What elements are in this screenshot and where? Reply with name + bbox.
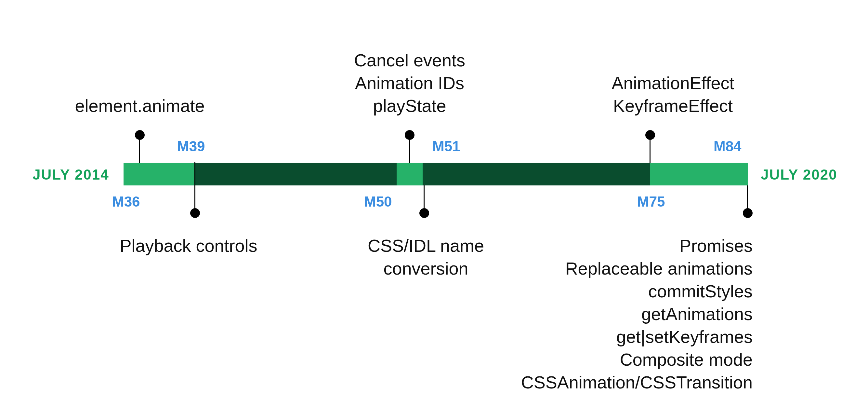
- version-m51: M51: [432, 138, 460, 154]
- feature-m84-4: getAnimations: [488, 302, 752, 325]
- line-m50: [424, 185, 425, 211]
- start-date-label: JULY 2014: [32, 167, 109, 183]
- dot-m50: [420, 208, 429, 218]
- version-m36: M36: [112, 194, 140, 210]
- feature-m84-3: commitStyles: [488, 280, 752, 302]
- bar-segment-4: [423, 163, 650, 185]
- bar-segment-5: [650, 163, 748, 185]
- line-m75: [650, 135, 651, 163]
- feature-m84-5: get|setKeyframes: [488, 325, 752, 348]
- feature-m84-6: Composite mode: [488, 348, 752, 371]
- feature-m75-2: KeyframeEffect: [595, 94, 751, 117]
- feature-m84-7: CSSAnimation/CSSTransition: [488, 371, 752, 394]
- version-m50: M50: [364, 194, 392, 210]
- bar-segment-1: [124, 163, 195, 185]
- feature-m39-1: Playback controls: [107, 234, 270, 257]
- end-date-label: JULY 2020: [761, 167, 837, 183]
- line-m51: [409, 135, 410, 163]
- feature-m51-1: Cancel events: [345, 49, 475, 71]
- dot-m84: [743, 208, 752, 218]
- timeline-diagram: JULY 2014 JULY 2020 element.animate M36 …: [0, 0, 868, 406]
- feature-m50-1: CSS/IDL name: [345, 234, 507, 257]
- feature-m51-3: playState: [345, 94, 475, 117]
- line-m84: [747, 185, 748, 211]
- version-m84: M84: [714, 138, 742, 154]
- feature-m50-2: conversion: [345, 257, 507, 280]
- line-m36: [139, 135, 140, 163]
- feature-m84-2: Replaceable animations: [488, 257, 752, 280]
- feature-m36-1: element.animate: [75, 94, 205, 117]
- feature-m51-2: Animation IDs: [345, 71, 475, 94]
- feature-m84-1: Promises: [488, 234, 752, 257]
- feature-m75-1: AnimationEffect: [595, 71, 751, 94]
- bar-segment-3: [397, 163, 423, 185]
- line-m39: [194, 162, 195, 211]
- version-m39: M39: [177, 138, 205, 154]
- version-m75: M75: [637, 194, 665, 210]
- dot-m39: [190, 208, 200, 218]
- bar-segment-2: [195, 163, 397, 185]
